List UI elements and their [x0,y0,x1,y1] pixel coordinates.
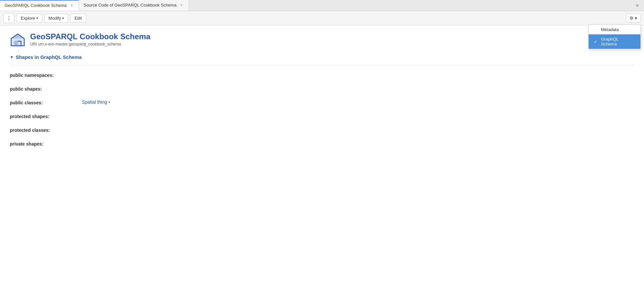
spatial-thing-label: Spatial thing [82,99,107,105]
explore-button[interactable]: Explore ▾ [16,14,42,23]
edit-button[interactable]: Edit [70,14,86,23]
toolbar: ⋮ Explore ▾ Modify ▾ Edit ⚙ ▾ Metadata ✓… [0,11,644,26]
modify-caret-icon: ▾ [62,16,64,20]
property-row-public-namespaces: public namespaces: [10,72,634,78]
spatial-thing-caret-icon: ▾ [108,100,110,104]
dropdown-item-label: Metadata [601,27,619,32]
explore-label: Explore [21,16,35,21]
dropdown-item-label: GraphQL Schema [601,37,635,46]
gear-caret-icon: ▾ [635,16,637,21]
property-label: public classes: [10,99,82,105]
property-label: public shapes: [10,86,82,92]
gear-icon: ⚙ [630,16,634,21]
schema-title: GeoSPARQL Cookbook Schema [30,32,150,41]
property-row-protected-classes: protected classes: [10,127,634,133]
explore-caret-icon: ▾ [36,16,38,20]
property-value: Spatial thing ▾ [82,99,634,105]
property-row-protected-shapes: protected shapes: [10,113,634,119]
toolbar-right: ⚙ ▾ Metadata ✓ GraphQL Schema [626,14,641,23]
more-options-button[interactable]: ⋮ [3,13,14,23]
uri-label: URI [30,42,38,46]
tab-source-code[interactable]: Source Code of GeoSPARQL Cookbook Schema… [79,0,189,11]
tab-label: GeoSPARQL Cookbook Schema [5,3,66,8]
schema-icon [10,32,26,48]
main-content: GeoSPARQL Cookbook Schema URI urn:x-evn-… [0,26,644,297]
schema-header: GeoSPARQL Cookbook Schema URI urn:x-evn-… [10,32,634,48]
view-dropdown-menu: Metadata ✓ GraphQL Schema [588,25,641,49]
edit-label: Edit [74,16,82,21]
dropdown-item-graphql-schema[interactable]: ✓ GraphQL Schema [589,34,640,49]
spatial-thing-link[interactable]: Spatial thing ▾ [82,99,110,105]
collapse-arrow-icon: ▼ [10,55,14,60]
tab-close-icon[interactable]: × [69,3,74,9]
dropdown-item-metadata[interactable]: Metadata [589,25,640,34]
tab-bar: GeoSPARQL Cookbook Schema × Source Code … [0,0,644,11]
dots-icon: ⋮ [6,15,11,21]
selected-check-icon: ✓ [594,39,598,44]
property-label: protected classes: [10,127,82,133]
divider [10,65,634,65]
tab-label: Source Code of GeoSPARQL Cookbook Schema [84,3,176,8]
window-close-button[interactable]: × [631,0,644,11]
tab-geosparql-cookbook-schema[interactable]: GeoSPARQL Cookbook Schema × [0,0,79,11]
property-label: private shapes: [10,141,82,147]
tab-close-icon[interactable]: × [179,2,184,8]
check-icon [594,27,598,32]
property-label: protected shapes: [10,113,82,119]
schema-uri: URI urn:x-evn-master:geosparql_cookbook_… [30,42,150,46]
gear-button[interactable]: ⚙ ▾ [626,14,641,23]
section-heading[interactable]: ▼ Shapes in GraphQL Schema [10,54,634,60]
modify-label: Modify [48,16,61,21]
modify-button[interactable]: Modify ▾ [44,14,68,23]
property-row-public-classes: public classes: Spatial thing ▾ [10,99,634,105]
schema-title-block: GeoSPARQL Cookbook Schema URI urn:x-evn-… [30,32,150,46]
uri-value: urn:x-evn-master:geosparql_cookbook_sche… [38,42,121,46]
property-row-private-shapes: private shapes: [10,141,634,147]
section-heading-label: Shapes in GraphQL Schema [16,54,82,60]
property-label: public namespaces: [10,72,82,78]
property-row-public-shapes: public shapes: [10,86,634,92]
